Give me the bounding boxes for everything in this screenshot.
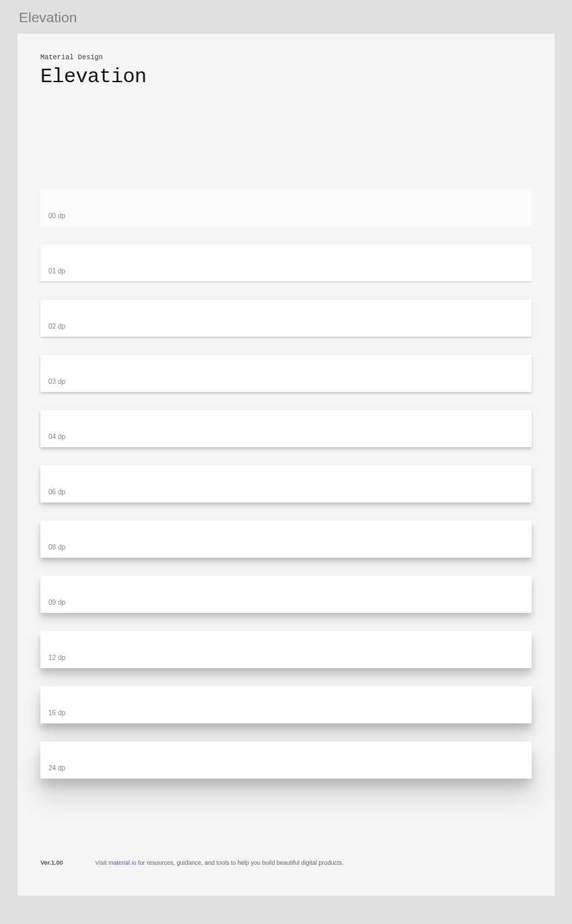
elevation-cards-list: 00 dp01 dp02 dp03 dp04 dp06 dp08 dp09 dp… — [40, 189, 532, 779]
elevation-card: 08 dp — [40, 521, 532, 558]
footer-text-before: Visit — [96, 859, 108, 866]
elevation-card-label: 03 dp — [48, 378, 65, 385]
elevation-card-label: 16 dp — [48, 709, 65, 717]
footer-version: Ver.1.00 — [40, 859, 63, 866]
page-title: Elevation — [40, 65, 532, 88]
elevation-card-label: 09 dp — [48, 599, 65, 606]
elevation-card: 09 dp — [40, 576, 532, 613]
footer-link[interactable]: material.io — [108, 859, 137, 866]
outer-title: Elevation — [0, 0, 572, 34]
elevation-card: 12 dp — [40, 631, 532, 668]
elevation-card: 01 dp — [40, 244, 532, 282]
footer-text-after: for resources, guidance, and tools to he… — [136, 859, 343, 866]
elevation-card-label: 00 dp — [48, 212, 65, 220]
elevation-card-label: 06 dp — [48, 488, 65, 496]
elevation-card: 02 dp — [40, 300, 532, 337]
elevation-card-label: 02 dp — [48, 323, 65, 330]
elevation-card-label: 12 dp — [48, 654, 65, 661]
elevation-card-label: 01 dp — [48, 267, 65, 275]
elevation-card: 03 dp — [40, 355, 532, 392]
elevation-card: 24 dp — [40, 741, 532, 779]
elevation-card-label: 04 dp — [48, 433, 65, 440]
elevation-card: 16 dp — [40, 686, 532, 723]
elevation-card: 00 dp — [40, 189, 532, 226]
footer: Ver.1.00 Visit material.io for resources… — [40, 859, 532, 866]
elevation-card: 04 dp — [40, 410, 532, 447]
elevation-card-label: 08 dp — [48, 543, 65, 551]
header-overline: Material Design — [40, 54, 532, 61]
elevation-card: 06 dp — [40, 465, 532, 502]
footer-text: Visit material.io for resources, guidanc… — [96, 859, 344, 866]
elevation-card-label: 24 dp — [48, 764, 65, 772]
page-container: Material Design Elevation 00 dp01 dp02 d… — [17, 34, 555, 896]
